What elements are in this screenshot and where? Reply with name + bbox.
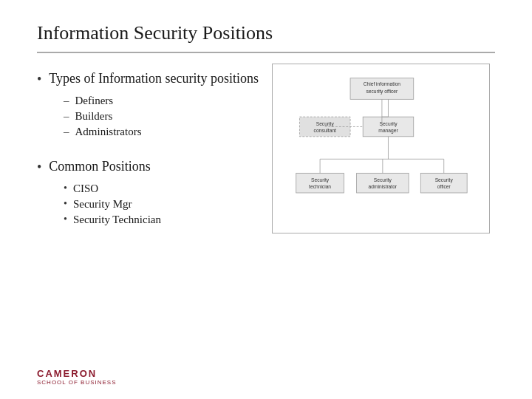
footer: CAMERON School of Business [37, 368, 117, 386]
svg-text:Chief information: Chief information [364, 81, 401, 86]
svg-text:Security: Security [374, 177, 392, 183]
sub-bullet-admins: – Administrators [64, 126, 266, 138]
sub-bullet-definers: – Definers [64, 95, 266, 107]
inner-bullets: • CISO • Security Mgr • Security Technic… [37, 183, 266, 226]
inner-dot-2: • [64, 198, 67, 210]
slide-title: Information Security Positions [37, 22, 495, 53]
inner-dot-3: • [64, 214, 67, 225]
svg-text:Security: Security [316, 121, 335, 127]
svg-text:officer: officer [437, 184, 451, 189]
svg-rect-12 [357, 173, 409, 193]
section-types: • Types of Information security position… [37, 71, 266, 138]
svg-rect-15 [420, 173, 467, 193]
bullet-dot-2: • [37, 160, 41, 175]
svg-text:security officer: security officer [366, 89, 399, 95]
content-area: • Types of Information security position… [37, 71, 495, 377]
svg-text:Security: Security [311, 177, 330, 183]
inner-bullet-ciso-text: CISO [73, 183, 98, 195]
inner-bullet-tech-text: Security Technician [73, 214, 161, 226]
svg-text:consultant: consultant [314, 128, 336, 133]
sub-bullets-1: – Definers – Builders – Administrators [37, 95, 266, 138]
inner-bullet-ciso: • CISO [64, 183, 266, 195]
sub-bullet-definers-text: Definers [75, 95, 114, 107]
org-chart-svg: Chief information security officer Secur… [281, 75, 480, 222]
svg-text:Security: Security [435, 177, 454, 183]
inner-bullet-tech: • Security Technician [64, 214, 266, 226]
slide: Information Security Positions • Types o… [0, 0, 532, 399]
svg-text:manager: manager [378, 128, 398, 134]
inner-bullet-mgr: • Security Mgr [64, 198, 266, 211]
svg-rect-6 [363, 117, 414, 137]
svg-text:administrator: administrator [369, 184, 398, 189]
dash-2: – [64, 110, 69, 123]
section-common: • Common Positions • CISO • Security Mgr… [37, 159, 266, 226]
bullet-dot-1: • [37, 72, 41, 87]
svg-text:technician: technician [309, 184, 331, 189]
left-column: • Types of Information security position… [37, 71, 266, 377]
footer-logo: CAMERON School of Business [37, 368, 117, 386]
sub-bullet-builders: – Builders [64, 110, 266, 123]
right-column: Chief information security officer Secur… [266, 71, 495, 377]
inner-bullet-mgr-text: Security Mgr [73, 198, 132, 211]
main-bullet-2-text: Common Positions [49, 159, 151, 174]
main-bullet-1: • Types of Information security position… [37, 71, 266, 87]
inner-dot-1: • [64, 183, 67, 194]
footer-logo-name: CAMERON [37, 368, 97, 379]
dash-1: – [64, 95, 69, 107]
sub-bullet-builders-text: Builders [75, 110, 113, 123]
main-bullet-2: • Common Positions [37, 159, 266, 175]
dash-3: – [64, 126, 69, 138]
main-bullet-1-text: Types of Information security positions [49, 71, 259, 86]
footer-logo-sub: School of Business [37, 379, 117, 386]
org-chart-box: Chief information security officer Secur… [272, 64, 490, 233]
svg-rect-9 [296, 173, 344, 193]
sub-bullet-admins-text: Administrators [75, 126, 142, 138]
